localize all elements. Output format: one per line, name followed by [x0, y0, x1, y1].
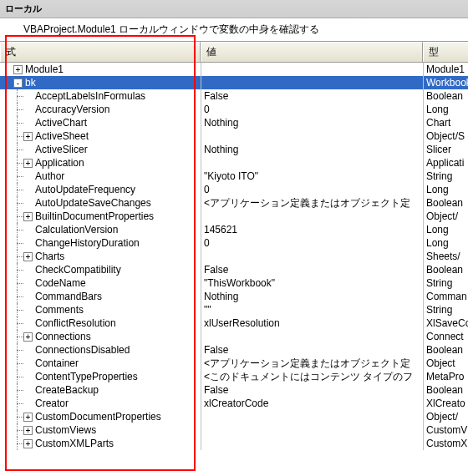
type-cell: Workbook: [423, 76, 468, 89]
type-cell: CustomX: [423, 437, 468, 450]
expand-icon[interactable]: +: [23, 413, 33, 422]
expand-icon[interactable]: +: [23, 159, 33, 168]
expression-cell[interactable]: Container: [0, 357, 201, 370]
property-name: ConnectionsDisabled: [35, 343, 130, 357]
expand-icon[interactable]: +: [23, 332, 33, 342]
expression-cell[interactable]: Creator: [0, 397, 201, 410]
expression-cell[interactable]: ChangeHistoryDuration: [0, 236, 201, 250]
property-name: CodeName: [35, 276, 86, 290]
expression-cell[interactable]: ContentTypeProperties: [0, 370, 201, 383]
expression-cell[interactable]: Comments: [0, 303, 201, 316]
expression-cell[interactable]: Author: [0, 170, 201, 183]
expression-cell[interactable]: +CustomViews: [0, 423, 201, 437]
tree-row[interactable]: AcceptLabelsInFormulasFalseBoolean: [0, 89, 468, 103]
expression-cell[interactable]: CreateBackup: [0, 383, 201, 397]
property-name: CustomViews: [35, 423, 96, 437]
property-name: Container: [35, 357, 79, 370]
column-header-type[interactable]: 型: [423, 42, 468, 62]
tree-row[interactable]: CalculationVersion145621Long: [0, 223, 468, 236]
expand-icon[interactable]: +: [23, 439, 33, 448]
tree-row[interactable]: +ActiveSheetObject/S: [0, 129, 468, 143]
expression-cell[interactable]: -bk: [0, 76, 201, 89]
expression-cell[interactable]: ConnectionsDisabled: [0, 343, 201, 357]
value-cell: <このドキュメントにはコンテンツ タイプのフ: [201, 370, 423, 383]
expression-cell[interactable]: CodeName: [0, 276, 201, 290]
property-name: AutoUpdateSaveChanges: [35, 196, 151, 210]
tree-row[interactable]: CheckCompatibilityFalseBoolean: [0, 263, 468, 276]
expression-cell[interactable]: CommandBars: [0, 290, 201, 303]
expand-icon[interactable]: +: [23, 132, 33, 141]
expand-icon[interactable]: +: [23, 212, 33, 221]
tree-row[interactable]: ConflictResolutionxlUserResolutionXlSave…: [0, 316, 468, 330]
expression-cell[interactable]: AutoUpdateSaveChanges: [0, 196, 201, 210]
property-name: AcceptLabelsInFormulas: [35, 89, 145, 103]
expression-cell[interactable]: +BuiltinDocumentProperties: [0, 210, 201, 223]
expand-icon[interactable]: +: [23, 252, 33, 261]
expression-cell[interactable]: AccuracyVersion: [0, 103, 201, 116]
context-bar: VBAProject.Module1 ローカルウィンドウで変数の中身を確認する: [0, 18, 468, 42]
tree-row[interactable]: ChangeHistoryDuration0Long: [0, 236, 468, 250]
value-cell: <アプリケーション定義またはオブジェクト定: [201, 357, 423, 370]
property-name: Creator: [35, 397, 69, 410]
tree-row[interactable]: +ApplicationApplicati: [0, 156, 468, 170]
tree-row[interactable]: +CustomDocumentPropertiesObject/: [0, 410, 468, 423]
expression-cell[interactable]: CheckCompatibility: [0, 263, 201, 276]
column-header-expression[interactable]: 式: [0, 42, 201, 62]
type-cell: Object/: [423, 410, 468, 423]
expression-cell[interactable]: +Connections: [0, 330, 201, 343]
expression-cell[interactable]: +Charts: [0, 250, 201, 263]
expression-cell[interactable]: CalculationVersion: [0, 223, 201, 236]
tree-row[interactable]: +CustomViewsCustomV: [0, 423, 468, 437]
locals-tree[interactable]: +Module1Module1-bkWorkbookAcceptLabelsIn…: [0, 63, 468, 450]
type-cell: Connect: [423, 330, 468, 343]
expression-cell[interactable]: +CustomDocumentProperties: [0, 410, 201, 423]
tree-row[interactable]: AccuracyVersion0Long: [0, 103, 468, 116]
property-name: CalculationVersion: [35, 223, 118, 236]
expression-cell[interactable]: ActiveSlicer: [0, 143, 201, 156]
tree-row[interactable]: ConnectionsDisabledFalseBoolean: [0, 343, 468, 357]
tree-row[interactable]: CodeName"ThisWorkbook"String: [0, 276, 468, 290]
tree-row[interactable]: ActiveSlicerNothingSlicer: [0, 143, 468, 156]
property-name: ActiveSheet: [35, 129, 89, 143]
tree-row[interactable]: ActiveChartNothingChart: [0, 116, 468, 129]
tree-row[interactable]: AutoUpdateSaveChanges<アプリケーション定義またはオブジェク…: [0, 196, 468, 210]
property-name: Comments: [35, 303, 84, 316]
tree-row[interactable]: CreatorxlCreatorCodeXlCreato: [0, 397, 468, 410]
expression-cell[interactable]: AcceptLabelsInFormulas: [0, 89, 201, 103]
expand-icon[interactable]: +: [23, 426, 33, 435]
tree-row[interactable]: +ChartsSheets/: [0, 250, 468, 263]
tree-row[interactable]: +Module1Module1: [0, 63, 468, 76]
tree-row[interactable]: +BuiltinDocumentPropertiesObject/: [0, 210, 468, 223]
type-cell: Object: [423, 357, 468, 370]
property-name: CreateBackup: [35, 383, 99, 397]
value-cell: "Kiyoto ITO": [201, 170, 423, 183]
value-cell: False: [201, 343, 423, 357]
expression-cell[interactable]: +ActiveSheet: [0, 129, 201, 143]
tree-row[interactable]: ContentTypeProperties<このドキュメントにはコンテンツ タイ…: [0, 370, 468, 383]
property-name: ConflictResolution: [35, 316, 116, 330]
expression-cell[interactable]: +Application: [0, 156, 201, 170]
property-name: BuiltinDocumentProperties: [35, 210, 154, 223]
tree-row[interactable]: CommandBarsNothingComman: [0, 290, 468, 303]
column-header-value[interactable]: 値: [201, 42, 423, 62]
expression-cell[interactable]: ActiveChart: [0, 116, 201, 129]
property-name: CommandBars: [35, 290, 102, 303]
tree-row[interactable]: Comments""String: [0, 303, 468, 316]
property-name: ActiveSlicer: [35, 143, 88, 156]
expand-icon[interactable]: +: [13, 65, 23, 74]
expression-cell[interactable]: +Module1: [0, 63, 201, 76]
tree-row[interactable]: AutoUpdateFrequency0Long: [0, 183, 468, 196]
expression-cell[interactable]: AutoUpdateFrequency: [0, 183, 201, 196]
expression-cell[interactable]: ConflictResolution: [0, 316, 201, 330]
tree-row[interactable]: -bkWorkbook: [0, 76, 468, 89]
type-cell: Chart: [423, 116, 468, 129]
collapse-icon[interactable]: -: [13, 78, 23, 88]
tree-row[interactable]: Container<アプリケーション定義またはオブジェクト定Object: [0, 357, 468, 370]
tree-row[interactable]: Author"Kiyoto ITO"String: [0, 170, 468, 183]
tree-row[interactable]: CreateBackupFalseBoolean: [0, 383, 468, 397]
tree-row[interactable]: +ConnectionsConnect: [0, 330, 468, 343]
value-cell: False: [201, 383, 423, 397]
tree-row[interactable]: +CustomXMLPartsCustomX: [0, 437, 468, 450]
type-cell: CustomV: [423, 423, 468, 437]
expression-cell[interactable]: +CustomXMLParts: [0, 437, 201, 450]
